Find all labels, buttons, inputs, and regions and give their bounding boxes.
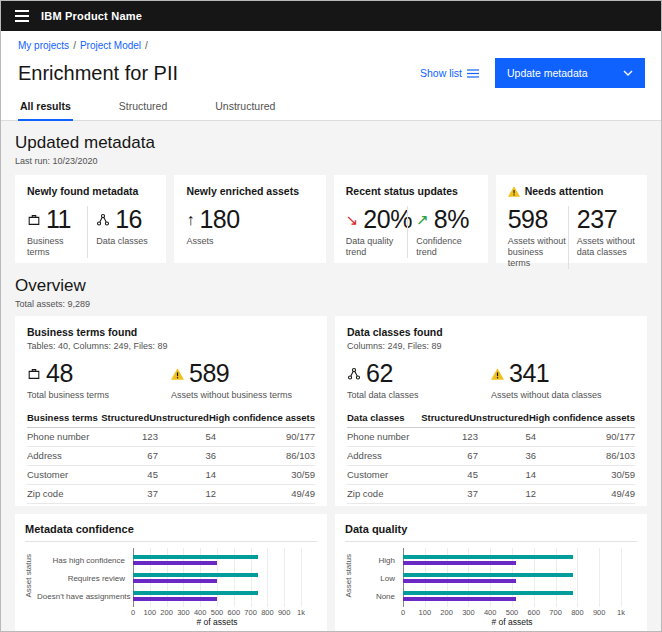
plot-area: HighLowNone [357, 548, 621, 607]
table-cell: Address [27, 447, 100, 465]
main-content: Updated metadata Last run: 10/23/2020 Ne… [1, 121, 661, 631]
card-data-quality-chart: Data quality Asset status HighLowNone 01… [335, 514, 647, 631]
breadcrumb-my-projects[interactable]: My projects [18, 40, 69, 51]
table-cell: 12 [478, 485, 536, 503]
table-cell: Zip code [27, 485, 100, 503]
category-label: Has high confidence [37, 556, 133, 565]
table-cell: Customer [27, 466, 100, 484]
stat-value: 48 [46, 360, 73, 387]
x-axis-label: # of assets [403, 617, 621, 627]
table-cell: 86/103 [536, 447, 635, 465]
updated-metadata-heading: Updated metadata [15, 133, 647, 153]
results-tabs: All results Structured Unstructured [1, 90, 661, 121]
column-header: High confidence assets [529, 409, 635, 427]
table-cell: 86/103 [216, 447, 315, 465]
table-row: Phone number1235490/177 [347, 428, 635, 447]
stat-value: 598 [508, 206, 548, 233]
stat-label: Data quality trend [346, 236, 405, 258]
table-cell: 14 [478, 466, 536, 484]
table-cell: 36 [158, 447, 216, 465]
divider [568, 206, 569, 269]
table-row: Phone number1235490/177 [27, 428, 315, 447]
overview-heading: Overview [15, 276, 647, 296]
card-subtitle: Tables: 40, Columns: 249, Files: 89 [27, 341, 315, 351]
table-cell: Customer [347, 466, 420, 484]
tab-structured[interactable]: Structured [117, 96, 169, 121]
table-cell: 123 [100, 428, 158, 446]
card-title: Business terms found [27, 326, 315, 338]
table-cell: Address [347, 447, 420, 465]
page-title: Enrichment for PII [18, 62, 178, 85]
column-header: Structured [98, 409, 149, 427]
table-cell: 30/59 [216, 466, 315, 484]
breadcrumb: My projects/Project Model/ [1, 31, 661, 51]
stat-label: Assets without business terms [171, 390, 315, 401]
warning-icon [491, 368, 504, 380]
table-row: Customer451430/59 [347, 466, 635, 485]
tab-all-results[interactable]: All results [18, 96, 73, 121]
x-tick-label: 100 [144, 608, 157, 617]
x-tick-label: 600 [228, 608, 241, 617]
list-icon [467, 68, 479, 79]
page-header: Enrichment for PII Show list Update meta… [1, 51, 661, 90]
column-header: Structured [415, 409, 469, 427]
x-tick-label: 200 [160, 608, 173, 617]
tab-unstructured[interactable]: Unstructured [213, 96, 277, 121]
stat-value: 8% [434, 206, 469, 233]
card-title: Needs attention [525, 185, 604, 197]
stat-label: Assets without data classes [491, 390, 635, 401]
card-newly-enriched-assets: Newly enriched assets ↑ 180 Assets [174, 175, 325, 263]
stat-label: Business terms [27, 236, 85, 258]
bar-group: High [357, 551, 621, 569]
x-tick-label: 800 [571, 608, 584, 617]
plot-area: Has high confidenceRequires reviewDoesn'… [37, 548, 301, 607]
x-tick-label: 200 [440, 608, 453, 617]
bar-structured [133, 579, 217, 583]
chart-title: Metadata confidence [25, 523, 317, 542]
stat-value: 180 [199, 206, 239, 233]
update-metadata-button[interactable]: Update metadata [495, 58, 645, 88]
stat-label: Assets without business terms [508, 236, 566, 269]
data-classes-table: Data classesStructuredUnstructuredHigh c… [347, 409, 635, 504]
divider [407, 206, 408, 258]
table-cell: 14 [158, 466, 216, 484]
x-tick-label: 500 [506, 608, 519, 617]
stat-label: Assets [186, 236, 313, 247]
table-cell: 49/49 [216, 485, 315, 503]
stat-value: 11 [46, 206, 71, 233]
bar-unstructured [133, 591, 258, 595]
category-label: Requires review [37, 574, 133, 583]
x-tick-label: 1k [617, 608, 625, 617]
chart-title: Data quality [345, 523, 637, 542]
card-recent-status-updates: Recent status updates ↘ 20% Data quality… [334, 175, 488, 263]
x-tick-label: 900 [278, 608, 291, 617]
category-label: Doesn't have assignments [37, 592, 133, 601]
table-cell: 67 [100, 447, 158, 465]
x-tick-label: 400 [484, 608, 497, 617]
bar-structured [133, 561, 217, 565]
x-axis: 01002003004005006007008009001k [403, 607, 621, 617]
table-cell: 36 [478, 447, 536, 465]
total-assets-text: Total assets: 9,289 [15, 299, 647, 309]
top-bar: IBM Product Name [1, 1, 661, 31]
x-tick-label: 500 [211, 608, 224, 617]
briefcase-icon [27, 213, 41, 227]
business-terms-table: Business termsStructuredUnstructuredHigh… [27, 409, 315, 504]
table-cell: 37 [100, 485, 158, 503]
table-row: Zip code371249/49 [347, 485, 635, 504]
x-tick-label: 0 [131, 608, 135, 617]
card-subtitle: Columns: 249, Files: 89 [347, 341, 635, 351]
stat-label: Total business terms [27, 390, 171, 401]
show-list-label: Show list [420, 67, 462, 79]
bar-structured [403, 579, 516, 583]
gridline [301, 548, 302, 607]
table-cell: 49/49 [536, 485, 635, 503]
metadata-confidence-chart: Asset status Has high confidenceRequires… [25, 548, 301, 631]
app-window: IBM Product Name My projects/Project Mod… [1, 1, 661, 631]
hamburger-menu-icon[interactable] [15, 10, 29, 22]
trend-up-icon: ↗ [416, 212, 429, 227]
x-tick-label: 0 [401, 608, 405, 617]
x-tick-label: 700 [549, 608, 562, 617]
breadcrumb-project-model[interactable]: Project Model [80, 40, 141, 51]
show-list-link[interactable]: Show list [420, 67, 479, 79]
